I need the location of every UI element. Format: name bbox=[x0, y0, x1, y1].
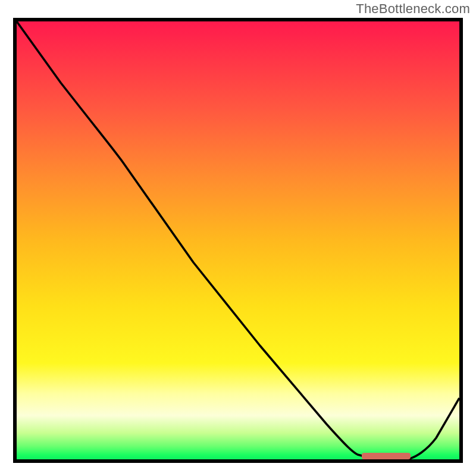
plot-area bbox=[17, 21, 459, 459]
chart-canvas: TheBottleneck.com bbox=[0, 0, 476, 476]
plot-frame bbox=[13, 18, 463, 463]
bottleneck-curve bbox=[17, 21, 459, 459]
overlay-svg bbox=[17, 21, 459, 459]
attribution-text: TheBottleneck.com bbox=[356, 1, 470, 17]
optimal-range-marker bbox=[362, 453, 411, 459]
